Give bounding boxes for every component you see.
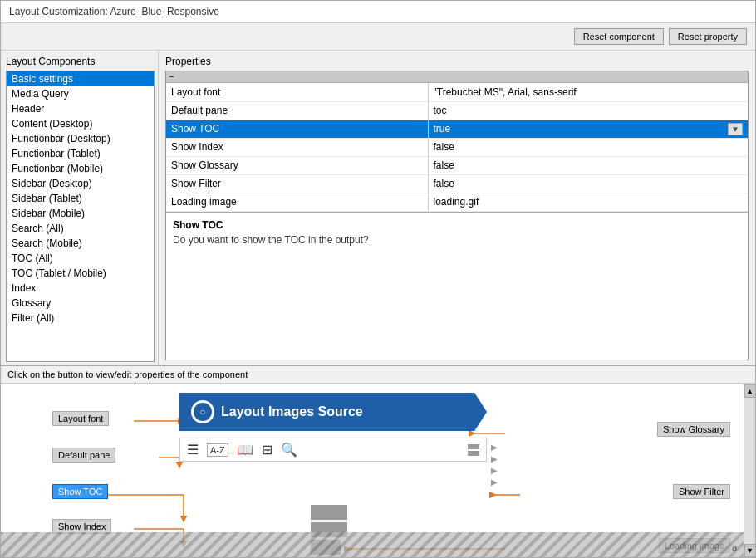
- preview-label-layout-font: Layout font: [52, 411, 109, 426]
- list-item[interactable]: Media Query: [7, 86, 154, 101]
- list-item[interactable]: Sidebar (Tablet): [7, 191, 154, 206]
- chevron-3: ▶: [491, 466, 498, 475]
- status-text: Click on the button to view/edit propert…: [7, 370, 248, 379]
- collapse-icon[interactable]: −: [169, 72, 174, 81]
- reset-property-button[interactable]: Reset property: [669, 28, 747, 45]
- reset-component-button[interactable]: Reset component: [574, 28, 664, 45]
- list-item[interactable]: TOC (Tablet / Mobile): [7, 266, 154, 281]
- banner-text: Layout Images Source: [221, 404, 363, 419]
- list-item[interactable]: Search (All): [7, 221, 154, 236]
- property-row[interactable]: Show Filterfalse: [166, 174, 748, 193]
- list-item[interactable]: Filter (All): [7, 311, 154, 326]
- stripe-pattern: [1, 532, 744, 557]
- property-value[interactable]: true▼: [428, 120, 748, 138]
- property-row[interactable]: Show Indexfalse: [166, 138, 748, 156]
- property-name: Show Filter: [166, 174, 428, 193]
- small-a-label: a: [732, 542, 737, 552]
- property-row[interactable]: Default panetoc: [166, 101, 748, 120]
- list-icon: ☰: [187, 442, 199, 458]
- circle-icon: ○: [191, 400, 214, 423]
- list-item[interactable]: Search (Mobile): [7, 236, 154, 251]
- description-title: Show TOC: [173, 219, 741, 231]
- scroll-down-button[interactable]: ▼: [744, 544, 756, 557]
- toolbar: Reset component Reset property: [1, 23, 755, 51]
- main-area: Layout Components Basic settingsMedia Qu…: [1, 51, 755, 557]
- list-item[interactable]: TOC (All): [7, 251, 154, 266]
- status-bar: Click on the button to view/edit propert…: [1, 366, 755, 384]
- preview-label-show-toc: Show TOC: [52, 484, 108, 499]
- property-row[interactable]: Loading imageloading.gif: [166, 193, 748, 211]
- toolbar-tab-indicator-2: [468, 451, 479, 456]
- window-title: Layout Customization: Azure_Blue_Respons…: [9, 6, 219, 17]
- list-item[interactable]: Header: [7, 101, 154, 116]
- search-icon-preview: 🔍: [281, 442, 297, 458]
- property-row[interactable]: Show TOCtrue▼: [166, 120, 748, 138]
- preview-area: Layout font Default pane Show TOC Show I…: [1, 384, 755, 557]
- property-value: false: [428, 174, 748, 193]
- list-item[interactable]: Sidebar (Mobile): [7, 206, 154, 221]
- properties-table-wrapper: − Layout font"Trebuchet MS", Arial, sans…: [165, 71, 749, 360]
- property-name: Layout font: [166, 83, 428, 101]
- list-item[interactable]: Functionbar (Desktop): [7, 131, 154, 146]
- property-name: Show Glossary: [166, 156, 428, 174]
- list-item[interactable]: Glossary: [7, 296, 154, 311]
- chevron-2: ▶: [491, 454, 498, 463]
- toolbar-tab-indicator-1: [468, 444, 479, 449]
- preview-label-show-filter: Show Filter: [673, 484, 730, 499]
- preview-toolbar-strip: ☰ A-Z 📖 ⊟ 🔍: [179, 438, 487, 462]
- property-name: Default pane: [166, 101, 428, 120]
- description-box: Show TOC Do you want to show the TOC in …: [166, 212, 748, 270]
- book-icon: 📖: [237, 442, 253, 458]
- chevron-1: ▶: [491, 443, 498, 452]
- list-item[interactable]: Functionbar (Mobile): [7, 161, 154, 176]
- list-item[interactable]: Content (Desktop): [7, 116, 154, 131]
- property-name: Show TOC: [166, 120, 428, 138]
- filter-icon: ⊟: [262, 442, 272, 458]
- scroll-up-button[interactable]: ▲: [744, 384, 756, 398]
- block-1: [311, 505, 347, 520]
- layout-components-list[interactable]: Basic settingsMedia QueryHeaderContent (…: [6, 71, 155, 362]
- side-chevrons: ▶ ▶ ▶ ▶: [491, 443, 498, 487]
- list-item[interactable]: Sidebar (Desktop): [7, 176, 154, 191]
- property-row[interactable]: Layout font"Trebuchet MS", Arial, sans-s…: [166, 83, 748, 101]
- description-text: Do you want to show the TOC in the outpu…: [173, 234, 741, 246]
- title-bar: Layout Customization: Azure_Blue_Respons…: [1, 1, 755, 23]
- property-value: loading.gif: [428, 193, 748, 211]
- dropdown-arrow-icon[interactable]: ▼: [728, 123, 743, 135]
- scrollbar-right[interactable]: ▲ ▼: [744, 384, 755, 557]
- property-value: "Trebuchet MS", Arial, sans-serif: [428, 83, 748, 101]
- az-icon: A-Z: [207, 443, 228, 457]
- properties-table: Layout font"Trebuchet MS", Arial, sans-s…: [166, 83, 748, 212]
- property-value: toc: [428, 101, 748, 120]
- preview-label-default-pane: Default pane: [52, 448, 115, 463]
- property-value: false: [428, 156, 748, 174]
- property-row[interactable]: Show Glossaryfalse: [166, 156, 748, 174]
- chevron-4: ▶: [491, 477, 498, 487]
- property-name: Loading image: [166, 193, 428, 211]
- blue-banner: ○ Layout Images Source: [179, 393, 487, 431]
- list-item[interactable]: Basic settings: [7, 71, 154, 86]
- top-panel: Layout Components Basic settingsMedia Qu…: [1, 51, 755, 366]
- right-panel: Properties − Layout font"Trebuchet MS", …: [159, 51, 755, 365]
- property-name: Show Index: [166, 138, 428, 156]
- list-item[interactable]: Index: [7, 281, 154, 296]
- left-panel: Layout Components Basic settingsMedia Qu…: [1, 51, 159, 365]
- property-value: false: [428, 138, 748, 156]
- preview-canvas: Layout font Default pane Show TOC Show I…: [1, 384, 755, 557]
- list-item[interactable]: Functionbar (Tablet): [7, 146, 154, 161]
- preview-label-show-glossary: Show Glossary: [657, 422, 730, 437]
- layout-components-title: Layout Components: [6, 56, 155, 67]
- main-window: Layout Customization: Azure_Blue_Respons…: [0, 0, 756, 558]
- collapse-bar: −: [166, 71, 748, 83]
- properties-title: Properties: [165, 56, 749, 67]
